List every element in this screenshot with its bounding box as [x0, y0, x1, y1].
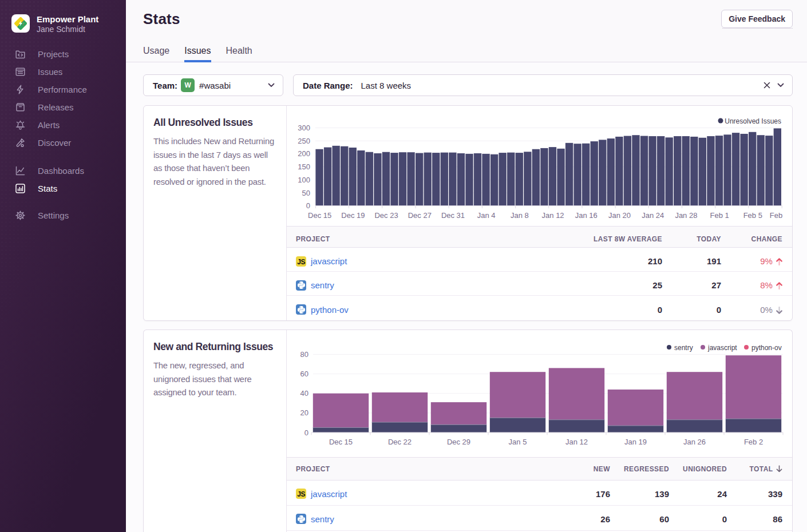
svg-text:60: 60 [300, 370, 308, 378]
svg-text:Jan 8: Jan 8 [511, 211, 529, 220]
svg-text:Jan 28: Jan 28 [675, 211, 697, 220]
svg-text:150: 150 [298, 162, 310, 171]
svg-text:Dec 23: Dec 23 [374, 211, 398, 220]
svg-text:300: 300 [298, 124, 310, 132]
svg-text:0: 0 [304, 428, 308, 437]
svg-text:Feb 2: Feb 2 [744, 438, 763, 446]
svg-text:200: 200 [298, 149, 310, 158]
svg-text:Feb: Feb [770, 211, 782, 220]
svg-text:Dec 29: Dec 29 [447, 438, 470, 446]
svg-text:100: 100 [298, 176, 310, 184]
svg-text:0: 0 [306, 201, 310, 210]
svg-text:Jan 19: Jan 19 [624, 438, 647, 446]
svg-text:250: 250 [298, 137, 310, 145]
svg-text:Jan 12: Jan 12 [542, 211, 564, 220]
svg-text:Dec 31: Dec 31 [441, 211, 465, 220]
svg-text:Dec 19: Dec 19 [341, 211, 365, 220]
svg-text:Dec 27: Dec 27 [408, 211, 432, 220]
svg-text:Dec 15: Dec 15 [308, 211, 331, 220]
svg-text:Jan 4: Jan 4 [477, 211, 496, 220]
svg-text:Jan 20: Jan 20 [608, 211, 631, 220]
svg-text:Jan 24: Jan 24 [642, 211, 664, 220]
svg-text:Dec 22: Dec 22 [388, 438, 412, 446]
svg-text:80: 80 [300, 350, 308, 359]
svg-text:Jan 16: Jan 16 [575, 211, 598, 220]
svg-text:40: 40 [300, 389, 308, 398]
svg-text:sentry: sentry [674, 344, 693, 352]
svg-text:Jan 12: Jan 12 [565, 438, 588, 446]
svg-text:Dec 15: Dec 15 [329, 438, 353, 446]
svg-text:Jan 26: Jan 26 [683, 438, 706, 446]
svg-text:Feb 5: Feb 5 [743, 211, 762, 220]
svg-text:javascript: javascript [707, 344, 737, 352]
svg-text:Unresolved Issues: Unresolved Issues [725, 117, 781, 125]
svg-text:20: 20 [300, 408, 308, 417]
svg-text:Jan 5: Jan 5 [509, 438, 527, 446]
svg-text:python-ov: python-ov [751, 344, 782, 352]
svg-text:Feb 1: Feb 1 [710, 211, 729, 220]
svg-text:50: 50 [302, 189, 310, 197]
